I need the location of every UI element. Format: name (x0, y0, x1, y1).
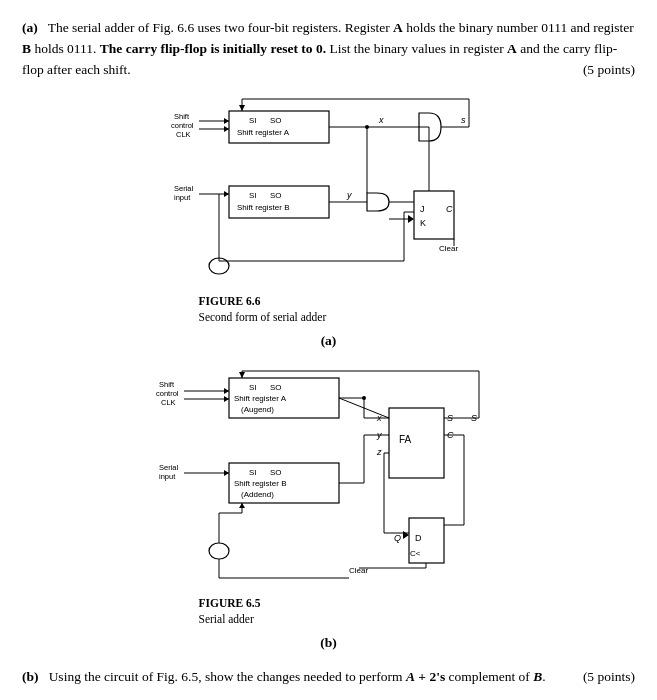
svg-text:SI      SO: SI SO (249, 191, 281, 200)
expression: A + 2's (406, 669, 445, 684)
svg-text:CLK: CLK (176, 130, 191, 139)
figure-6-5-description: Serial adder (199, 613, 254, 625)
figure-b-label: (b) (119, 635, 539, 651)
svg-text:CLK: CLK (161, 398, 176, 407)
svg-marker-62 (224, 388, 229, 394)
svg-marker-99 (239, 372, 245, 378)
svg-text:Shift: Shift (159, 380, 175, 389)
svg-text:C: C (446, 204, 453, 214)
part-b-description: (b) Using the circuit of Fig. 6.5, show … (22, 667, 635, 688)
figure-a-label: (a) (119, 333, 539, 349)
part-b-points: (5 points) (583, 667, 635, 688)
svg-text:(Addend): (Addend) (241, 490, 274, 499)
svg-text:SI      SO: SI SO (249, 116, 281, 125)
figure-6-6-caption: FIGURE 6.6 Second form of serial adder (119, 293, 539, 325)
svg-text:Shift register A: Shift register A (237, 128, 290, 137)
figure-6-5-diagram: SI SO Shift register A (Augend) SI SO Sh… (119, 363, 539, 593)
svg-text:Serial: Serial (159, 463, 179, 472)
part-b-text2: complement of (445, 669, 533, 684)
svg-text:Q: Q (394, 533, 401, 543)
svg-text:K: K (420, 218, 426, 228)
svg-text:z: z (376, 447, 382, 457)
part-a-description: (a) The serial adder of Fig. 6.6 uses tw… (22, 18, 635, 81)
svg-text:control: control (171, 121, 194, 130)
part-a-label: (a) (22, 20, 38, 35)
svg-marker-107 (239, 503, 245, 508)
svg-text:Shift register B: Shift register B (237, 203, 289, 212)
svg-marker-13 (224, 118, 229, 124)
svg-marker-16 (224, 191, 229, 197)
part-a-points: (5 points) (583, 60, 635, 81)
svg-text:x: x (378, 115, 384, 125)
svg-text:input: input (159, 472, 176, 481)
svg-text:Shift: Shift (174, 112, 190, 121)
svg-text:s: s (461, 115, 466, 125)
part-a-text-intro: The serial adder of Fig. 6.6 uses two fo… (41, 20, 393, 35)
svg-text:C<: C< (410, 549, 421, 558)
svg-rect-67 (389, 408, 444, 478)
part-b-text-intro: Using the circuit of Fig. 6.5, show the … (42, 669, 406, 684)
svg-text:Clear: Clear (349, 566, 368, 575)
svg-rect-22 (414, 191, 454, 239)
register-a-ref: A (393, 20, 403, 35)
svg-text:y: y (346, 190, 352, 200)
svg-text:Serial: Serial (174, 184, 194, 193)
svg-text:SI      SO: SI SO (249, 383, 281, 392)
svg-marker-66 (224, 470, 229, 476)
svg-marker-41 (239, 105, 245, 111)
svg-text:Shift register A: Shift register A (234, 394, 287, 403)
figure-6-6-container: SI SO Shift register A SI SO Shift regis… (22, 91, 635, 357)
svg-marker-64 (224, 396, 229, 402)
part-b-label: (b) (22, 669, 39, 684)
svg-text:J: J (420, 204, 425, 214)
svg-text:Shift register B: Shift register B (234, 479, 286, 488)
svg-point-103 (209, 543, 229, 559)
part-a-text2: holds 0111. The carry flip-flop is initi… (31, 41, 507, 56)
register-a-ref2: A (507, 41, 517, 56)
svg-text:input: input (174, 193, 191, 202)
part-b-text3: . (542, 669, 545, 684)
svg-text:D: D (415, 533, 422, 543)
figure-6-5-number: FIGURE 6.5 (199, 597, 261, 609)
svg-point-32 (365, 125, 369, 129)
svg-text:FA: FA (399, 434, 412, 445)
part-a-text1: holds the binary number 0111 and registe… (403, 20, 634, 35)
figure-6-5-container: SI SO Shift register A (Augend) SI SO Sh… (22, 363, 635, 659)
svg-marker-14 (224, 126, 229, 132)
figure-6-6-diagram: SI SO Shift register A SI SO Shift regis… (119, 91, 539, 291)
svg-text:control: control (156, 389, 179, 398)
register-b-b: B (533, 669, 542, 684)
svg-marker-35 (408, 215, 414, 223)
register-b-ref: B (22, 41, 31, 56)
svg-text:Clear: Clear (439, 244, 458, 253)
svg-text:SI      SO: SI SO (249, 468, 281, 477)
svg-marker-84 (403, 531, 409, 539)
figure-6-5-caption: FIGURE 6.5 Serial adder (119, 595, 539, 627)
figure-6-6-description: Second form of serial adder (199, 311, 327, 323)
figure-6-6-number: FIGURE 6.6 (199, 295, 261, 307)
svg-text:(Augend): (Augend) (241, 405, 274, 414)
